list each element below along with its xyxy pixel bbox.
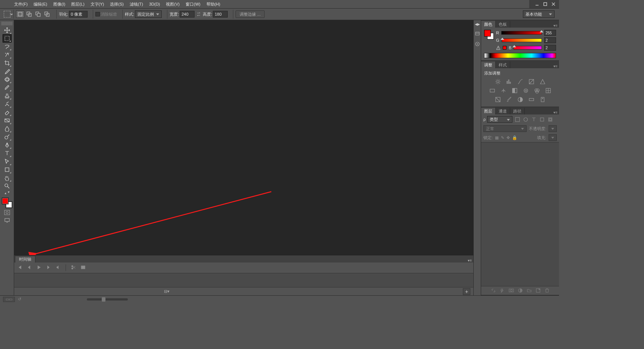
posterize-icon[interactable]	[505, 96, 513, 103]
timeline-flyout-icon[interactable]: ▾≡	[468, 258, 472, 262]
selection-subtract-icon[interactable]	[34, 10, 42, 18]
color-tab[interactable]: 颜色	[481, 21, 496, 28]
layer-mask-icon[interactable]	[509, 288, 514, 294]
selection-new-icon[interactable]	[16, 10, 24, 18]
layers-tab[interactable]: 图层	[481, 108, 496, 114]
swap-dimensions-icon[interactable]	[195, 11, 202, 18]
history-panel-icon[interactable]	[474, 31, 480, 37]
blur-tool[interactable]	[3, 125, 12, 133]
eyedropper-tool[interactable]	[3, 67, 12, 75]
swap-colors-icon[interactable]	[3, 190, 12, 195]
adjust-flyout-icon[interactable]: ▾≡	[553, 64, 558, 68]
quick-mask-toggle[interactable]	[3, 209, 12, 216]
selection-add-icon[interactable]	[25, 10, 33, 18]
filter-type-icon[interactable]	[530, 116, 537, 122]
menu-window[interactable]: 窗口(W)	[183, 0, 203, 8]
shape-tool[interactable]	[3, 166, 12, 174]
height-input[interactable]	[213, 11, 228, 18]
dodge-tool[interactable]	[3, 133, 12, 141]
layer-fx-icon[interactable]	[500, 288, 505, 294]
foreground-color-swatch[interactable]	[2, 198, 9, 204]
g-slider[interactable]	[502, 38, 542, 42]
width-input[interactable]	[180, 11, 195, 18]
menu-view[interactable]: 视图(V)	[163, 0, 183, 8]
lock-pixels-icon[interactable]: ✎	[501, 135, 504, 140]
lock-all-icon[interactable]: 🔒	[512, 135, 517, 140]
blend-mode-select[interactable]: 正常	[483, 125, 527, 132]
timeline-split-icon[interactable]	[71, 265, 76, 270]
zoom-tool[interactable]	[3, 182, 12, 190]
gamut-warning-icon[interactable]	[496, 45, 501, 50]
menu-select[interactable]: 选择(S)	[107, 0, 127, 8]
link-layers-icon[interactable]	[491, 288, 496, 294]
opacity-input[interactable]	[549, 125, 557, 132]
pen-tool[interactable]	[3, 141, 12, 149]
r-value[interactable]: 255	[544, 30, 556, 36]
gradient-tool[interactable]	[3, 116, 12, 125]
move-tool[interactable]	[3, 26, 12, 34]
healing-tool[interactable]	[3, 75, 12, 84]
history-brush-tool[interactable]	[3, 100, 12, 108]
timeline-play-icon[interactable]	[37, 265, 41, 270]
selective-color-icon[interactable]	[539, 96, 546, 103]
menu-file[interactable]: 文件(F)	[11, 0, 31, 8]
filter-shape-icon[interactable]	[539, 116, 545, 122]
hand-tool[interactable]	[3, 174, 12, 182]
b-value[interactable]: 2	[544, 45, 556, 51]
gamut-color-icon[interactable]	[503, 46, 506, 50]
threshold-icon[interactable]	[517, 96, 524, 103]
swatches-tab[interactable]: 色板	[496, 21, 510, 28]
status-sync-icon[interactable]: ↺	[18, 297, 21, 302]
status-zoom-slider[interactable]	[87, 298, 128, 301]
levels-icon[interactable]	[505, 78, 513, 85]
layers-flyout-icon[interactable]: ▾≡	[553, 110, 558, 114]
properties-panel-icon[interactable]	[474, 41, 480, 47]
gradient-map-icon[interactable]	[528, 96, 535, 103]
lock-position-icon[interactable]: ✥	[506, 135, 510, 140]
path-select-tool[interactable]	[3, 157, 12, 166]
b-slider[interactable]	[514, 46, 542, 50]
layer-filter-select[interactable]: 类型	[487, 116, 512, 123]
tool-preset-picker[interactable]	[4, 11, 10, 18]
adjustments-tab[interactable]: 调整	[481, 62, 496, 68]
menu-edit[interactable]: 编辑(E)	[31, 0, 50, 8]
styles-tab[interactable]: 样式	[496, 62, 510, 68]
brush-tool[interactable]	[3, 84, 12, 92]
window-maximize-button[interactable]	[541, 1, 549, 7]
menu-image[interactable]: 图像(I)	[50, 0, 68, 8]
style-select[interactable]: 固定比例	[135, 10, 162, 18]
filter-pixel-icon[interactable]	[514, 116, 521, 122]
new-group-icon[interactable]	[527, 288, 532, 294]
window-close-button[interactable]	[549, 1, 558, 7]
layers-list[interactable]	[481, 142, 559, 286]
new-layer-icon[interactable]	[536, 288, 541, 294]
foreground-background-colors[interactable]	[2, 198, 12, 208]
channel-mixer-icon[interactable]	[533, 87, 541, 94]
timeline-add-icon[interactable]: +	[463, 288, 470, 295]
timeline-prev-frame-icon[interactable]	[27, 265, 31, 270]
feather-input[interactable]	[69, 11, 88, 18]
workspace-select[interactable]: 基本功能	[523, 10, 555, 18]
filter-smart-icon[interactable]	[547, 116, 553, 122]
bw-icon[interactable]	[511, 87, 518, 94]
color-spectrum[interactable]	[484, 53, 556, 58]
selection-intersect-icon[interactable]	[43, 10, 51, 18]
channels-tab[interactable]: 通道	[496, 108, 510, 114]
delete-layer-icon[interactable]	[544, 288, 550, 294]
eraser-tool[interactable]	[3, 108, 12, 116]
exposure-icon[interactable]	[528, 78, 535, 85]
menu-help[interactable]: 帮助(H)	[203, 0, 223, 8]
lasso-tool[interactable]	[3, 43, 12, 51]
color-mini-swatches[interactable]	[484, 30, 494, 40]
canvas[interactable]	[14, 20, 473, 255]
r-slider[interactable]	[501, 31, 542, 35]
quick-select-tool[interactable]	[3, 51, 12, 59]
timeline-zoom-icon[interactable]: ⊟▾	[164, 289, 170, 294]
crop-tool[interactable]	[3, 59, 12, 67]
timeline-first-frame-icon[interactable]	[17, 265, 22, 270]
new-adjustment-icon[interactable]	[518, 288, 523, 294]
menu-filter[interactable]: 滤镜(T)	[127, 0, 146, 8]
type-tool[interactable]	[3, 149, 12, 157]
menu-layer[interactable]: 图层(L)	[68, 0, 87, 8]
timeline-audio-icon[interactable]	[56, 265, 60, 270]
